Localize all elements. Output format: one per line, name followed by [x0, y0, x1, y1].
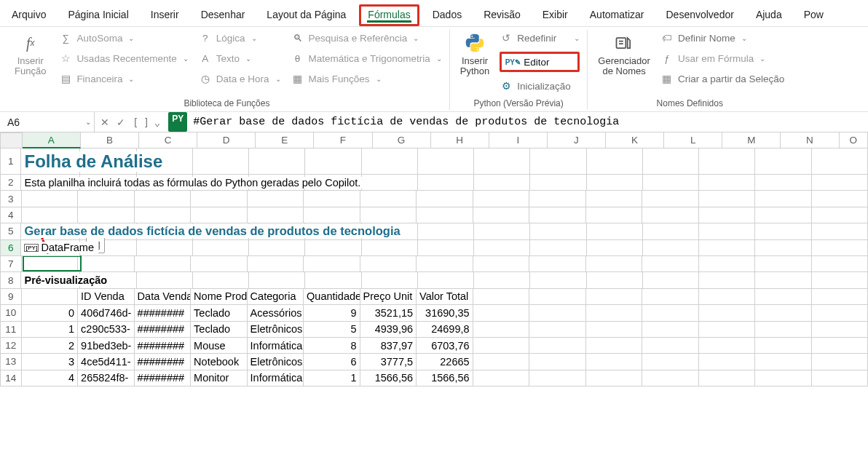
- rowhdr-14[interactable]: 14: [0, 370, 22, 386]
- cell[interactable]: [418, 240, 474, 256]
- texto-button[interactable]: ATexto⌄: [199, 52, 281, 65]
- cell[interactable]: [755, 148, 811, 175]
- table-cell[interactable]: 2: [22, 338, 79, 354]
- menu-tab-ajuda[interactable]: Ajuda: [747, 4, 791, 26]
- name-box[interactable]: A6 ⌄: [0, 112, 95, 132]
- rowhdr-10[interactable]: 10: [0, 305, 22, 321]
- chevron-down-icon[interactable]: ⌄: [85, 118, 91, 126]
- table-cell[interactable]: 3: [22, 354, 79, 370]
- cell[interactable]: [643, 223, 699, 239]
- table-cell[interactable]: 6: [304, 354, 360, 370]
- editor-button[interactable]: PY✎ Editor: [506, 55, 549, 68]
- cell[interactable]: [249, 240, 305, 256]
- cell[interactable]: [755, 223, 811, 239]
- rowhdr-2[interactable]: 2: [0, 175, 21, 191]
- cell[interactable]: [586, 289, 643, 305]
- mat-trig-button[interactable]: θMatemática e Trigonometria⌄: [291, 52, 442, 65]
- cell[interactable]: [418, 148, 474, 175]
- cell[interactable]: [812, 272, 868, 288]
- cell[interactable]: [305, 240, 361, 256]
- table-cell[interactable]: Informática: [248, 370, 304, 386]
- cell[interactable]: [305, 272, 361, 288]
- autosoma-button[interactable]: ∑AutoSoma⌄: [59, 31, 188, 44]
- colhdr-H[interactable]: H: [431, 132, 489, 148]
- cell[interactable]: [586, 207, 643, 223]
- cell[interactable]: [360, 191, 417, 207]
- cell[interactable]: [699, 272, 755, 288]
- cell[interactable]: [529, 305, 586, 321]
- cancel-formula-icon[interactable]: ✕: [100, 116, 109, 128]
- colhdr-M[interactable]: M: [722, 132, 781, 148]
- table-cell[interactable]: 1566,56: [360, 370, 417, 386]
- cell[interactable]: [699, 240, 755, 256]
- cell[interactable]: [587, 240, 643, 256]
- cell[interactable]: [362, 148, 418, 175]
- menu-tab-dados[interactable]: Dados: [424, 4, 470, 26]
- table-header[interactable]: Data Venda: [135, 289, 192, 305]
- cell[interactable]: [530, 148, 586, 175]
- rowhdr-5[interactable]: 5: [0, 223, 21, 239]
- cell[interactable]: [529, 338, 586, 354]
- cell[interactable]: [642, 354, 699, 370]
- cell[interactable]: [587, 148, 643, 175]
- cell[interactable]: [473, 289, 530, 305]
- active-cell-A6[interactable]: [PY]DataFrame: [21, 240, 80, 256]
- cell[interactable]: [812, 305, 868, 321]
- cell[interactable]: [529, 207, 586, 223]
- table-cell[interactable]: ########: [135, 338, 192, 354]
- cell[interactable]: [473, 191, 530, 207]
- gerenciador-nomes-button[interactable]: Gerenciador de Nomes: [595, 31, 653, 79]
- table-cell[interactable]: Notebook: [191, 354, 248, 370]
- table-cell[interactable]: 9: [304, 305, 360, 321]
- cell[interactable]: [812, 223, 868, 239]
- cell[interactable]: [755, 305, 812, 321]
- table-cell[interactable]: 1566,56: [417, 370, 473, 386]
- cell[interactable]: [473, 370, 530, 386]
- rowhdr-9[interactable]: 9: [0, 289, 22, 305]
- definir-nome-button[interactable]: 🏷︎Definir Nome⌄: [660, 31, 784, 44]
- table-cell[interactable]: Teclado: [191, 322, 248, 338]
- cell[interactable]: [248, 207, 304, 223]
- table-cell[interactable]: 91bed3eb-: [78, 338, 135, 354]
- cell[interactable]: [812, 207, 868, 223]
- cell[interactable]: [135, 256, 192, 272]
- table-cell[interactable]: ########: [135, 354, 192, 370]
- cell[interactable]: [812, 148, 868, 175]
- cell[interactable]: [474, 272, 530, 288]
- table-cell[interactable]: 0: [22, 305, 79, 321]
- cell[interactable]: [530, 240, 586, 256]
- cell[interactable]: [699, 305, 756, 321]
- table-header[interactable]: Quantidade: [304, 289, 360, 305]
- cell[interactable]: [191, 191, 248, 207]
- table-cell[interactable]: c290c533-: [78, 322, 135, 338]
- cell[interactable]: [699, 338, 756, 354]
- colhdr-C[interactable]: C: [139, 132, 197, 148]
- menu-tab-automatizar[interactable]: Automatizar: [581, 4, 653, 26]
- cell[interactable]: [191, 256, 248, 272]
- cell[interactable]: [193, 148, 249, 175]
- subtitle-cell[interactable]: Esta planilha incluirá todas as fórmulas…: [21, 175, 80, 191]
- cell[interactable]: [304, 207, 360, 223]
- cell[interactable]: [529, 256, 586, 272]
- cell[interactable]: [812, 338, 868, 354]
- table-header[interactable]: Valor Total: [417, 289, 473, 305]
- cell[interactable]: [586, 322, 643, 338]
- colhdr-F[interactable]: F: [314, 132, 372, 148]
- table-cell[interactable]: Monitor: [191, 370, 248, 386]
- table-cell[interactable]: 4: [22, 370, 79, 386]
- table-cell[interactable]: ########: [135, 322, 192, 338]
- inserir-python-button[interactable]: Inserir Python: [457, 31, 492, 79]
- cell[interactable]: [362, 240, 418, 256]
- cell[interactable]: [137, 272, 193, 288]
- table-cell[interactable]: 24699,8: [417, 322, 473, 338]
- rowhdr-7[interactable]: 7: [0, 256, 22, 272]
- table-cell[interactable]: Informática: [248, 338, 304, 354]
- cell[interactable]: [193, 240, 249, 256]
- cell[interactable]: [78, 191, 135, 207]
- cell[interactable]: [699, 256, 756, 272]
- cell[interactable]: [755, 354, 812, 370]
- cell[interactable]: [529, 322, 586, 338]
- cell[interactable]: [699, 175, 755, 191]
- cell[interactable]: [643, 148, 699, 175]
- menu-tab-arquivo[interactable]: Arquivo: [3, 4, 55, 26]
